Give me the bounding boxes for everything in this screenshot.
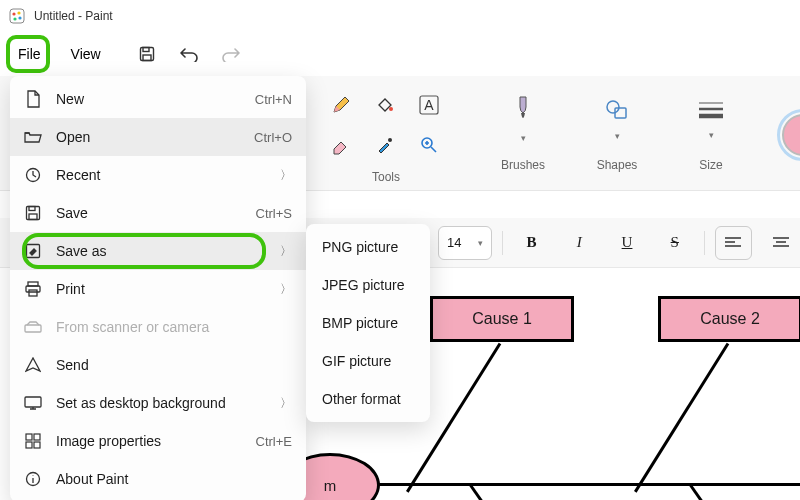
svg-rect-6 bbox=[143, 48, 149, 52]
divider bbox=[502, 231, 503, 255]
menu-item-shortcut: Ctrl+E bbox=[256, 434, 292, 449]
file-menu-item-recent[interactable]: Recent 〉 bbox=[10, 156, 306, 194]
fishbone-branch bbox=[689, 484, 720, 500]
menu-bar: File View bbox=[0, 32, 800, 76]
send-icon bbox=[24, 356, 42, 374]
eraser-tool-icon[interactable] bbox=[320, 126, 362, 164]
svg-point-13 bbox=[607, 101, 619, 113]
svg-rect-14 bbox=[615, 108, 626, 118]
menu-item-label: Set as desktop background bbox=[56, 395, 266, 411]
submenu-item-label: Other format bbox=[322, 391, 401, 407]
view-menu-button[interactable]: View bbox=[57, 38, 115, 70]
saveas-other[interactable]: Other format bbox=[306, 380, 430, 418]
scanner-icon bbox=[24, 318, 42, 336]
svg-rect-27 bbox=[29, 214, 37, 220]
menu-item-label: From scanner or camera bbox=[56, 319, 292, 335]
shapes-group-label: Shapes bbox=[597, 158, 638, 172]
font-size-value: 14 bbox=[447, 235, 461, 250]
chevron-down-icon: ▾ bbox=[615, 131, 620, 141]
view-menu-label: View bbox=[71, 46, 101, 62]
svg-rect-31 bbox=[29, 290, 37, 296]
fishbone-branch bbox=[634, 343, 729, 493]
menu-item-label: Print bbox=[56, 281, 266, 297]
colors-group bbox=[782, 86, 800, 184]
file-menu-item-desktop-bg[interactable]: Set as desktop background 〉 bbox=[10, 384, 306, 422]
bold-button[interactable]: B bbox=[513, 226, 551, 260]
menu-item-label: New bbox=[56, 91, 241, 107]
brushes-group: ▾ Brushes bbox=[500, 86, 546, 184]
printer-icon bbox=[24, 280, 42, 298]
svg-rect-32 bbox=[25, 325, 41, 332]
brushes-button[interactable]: ▾ bbox=[500, 86, 546, 152]
svg-rect-33 bbox=[25, 397, 41, 407]
svg-point-4 bbox=[13, 17, 16, 20]
cause-2-box[interactable]: Cause 2 bbox=[658, 296, 800, 342]
clock-icon bbox=[24, 166, 42, 184]
font-size-select[interactable]: 14 ▾ bbox=[438, 226, 492, 260]
file-menu-label: File bbox=[18, 46, 41, 62]
underline-button[interactable]: U bbox=[608, 226, 646, 260]
svg-rect-7 bbox=[143, 55, 151, 61]
divider bbox=[704, 231, 705, 255]
file-menu-button[interactable]: File bbox=[4, 38, 55, 70]
svg-rect-37 bbox=[34, 442, 40, 448]
file-menu-item-about[interactable]: About Paint bbox=[10, 460, 306, 498]
menu-item-label: Open bbox=[56, 129, 240, 145]
chevron-down-icon: ▾ bbox=[521, 133, 526, 143]
menu-item-label: Save bbox=[56, 205, 242, 221]
strikethrough-button[interactable]: S bbox=[656, 226, 694, 260]
fishbone-spine bbox=[360, 483, 800, 486]
undo-icon[interactable] bbox=[169, 35, 209, 73]
file-menu-item-save[interactable]: Save Ctrl+S bbox=[10, 194, 306, 232]
submenu-item-label: PNG picture bbox=[322, 239, 398, 255]
menu-item-shortcut: Ctrl+N bbox=[255, 92, 292, 107]
save-quick-icon[interactable] bbox=[127, 35, 167, 73]
file-menu-item-properties[interactable]: Image properties Ctrl+E bbox=[10, 422, 306, 460]
save-icon bbox=[24, 204, 42, 222]
chevron-right-icon: 〉 bbox=[280, 243, 292, 260]
align-center-button[interactable] bbox=[762, 226, 800, 260]
shapes-button[interactable]: ▾ bbox=[594, 86, 640, 152]
save-as-submenu: PNG picture JPEG picture BMP picture GIF… bbox=[306, 224, 430, 422]
shapes-group: ▾ Shapes bbox=[594, 86, 640, 184]
saveas-png[interactable]: PNG picture bbox=[306, 228, 430, 266]
cause-1-box[interactable]: Cause 1 bbox=[430, 296, 574, 342]
svg-rect-34 bbox=[26, 434, 32, 440]
paint-app-icon bbox=[8, 7, 26, 25]
tools-group: A Tools bbox=[320, 86, 452, 184]
svg-rect-26 bbox=[29, 207, 35, 211]
saveas-jpeg[interactable]: JPEG picture bbox=[306, 266, 430, 304]
align-left-button[interactable] bbox=[715, 226, 753, 260]
size-group-label: Size bbox=[699, 158, 722, 172]
chevron-right-icon: 〉 bbox=[280, 281, 292, 298]
file-menu-item-print[interactable]: Print 〉 bbox=[10, 270, 306, 308]
text-tool-icon[interactable]: A bbox=[408, 86, 450, 124]
svg-point-1 bbox=[12, 12, 15, 15]
pencil-tool-icon[interactable] bbox=[320, 86, 362, 124]
size-group: ▾ Size bbox=[688, 86, 734, 184]
italic-button[interactable]: I bbox=[560, 226, 598, 260]
fishbone-branch bbox=[469, 484, 506, 500]
submenu-item-label: GIF picture bbox=[322, 353, 391, 369]
file-menu-item-send[interactable]: Send bbox=[10, 346, 306, 384]
file-menu-item-open[interactable]: Open Ctrl+O bbox=[10, 118, 306, 156]
submenu-item-label: BMP picture bbox=[322, 315, 398, 331]
file-menu-item-new[interactable]: New Ctrl+N bbox=[10, 80, 306, 118]
svg-text:A: A bbox=[424, 97, 434, 113]
menu-item-shortcut: Ctrl+O bbox=[254, 130, 292, 145]
magnifier-tool-icon[interactable] bbox=[408, 126, 450, 164]
fill-tool-icon[interactable] bbox=[364, 86, 406, 124]
menu-item-label: Recent bbox=[56, 167, 266, 183]
saveas-gif[interactable]: GIF picture bbox=[306, 342, 430, 380]
saveas-bmp[interactable]: BMP picture bbox=[306, 304, 430, 342]
submenu-item-label: JPEG picture bbox=[322, 277, 404, 293]
color-primary-swatch[interactable] bbox=[782, 114, 800, 156]
svg-rect-35 bbox=[34, 434, 40, 440]
folder-open-icon bbox=[24, 128, 42, 146]
file-menu-item-scanner: From scanner or camera bbox=[10, 308, 306, 346]
menu-item-shortcut: Ctrl+S bbox=[256, 206, 292, 221]
svg-rect-0 bbox=[10, 9, 24, 23]
color-picker-tool-icon[interactable] bbox=[364, 126, 406, 164]
file-menu-item-save-as[interactable]: Save as 〉 bbox=[10, 232, 306, 270]
size-button[interactable]: ▾ bbox=[688, 86, 734, 152]
